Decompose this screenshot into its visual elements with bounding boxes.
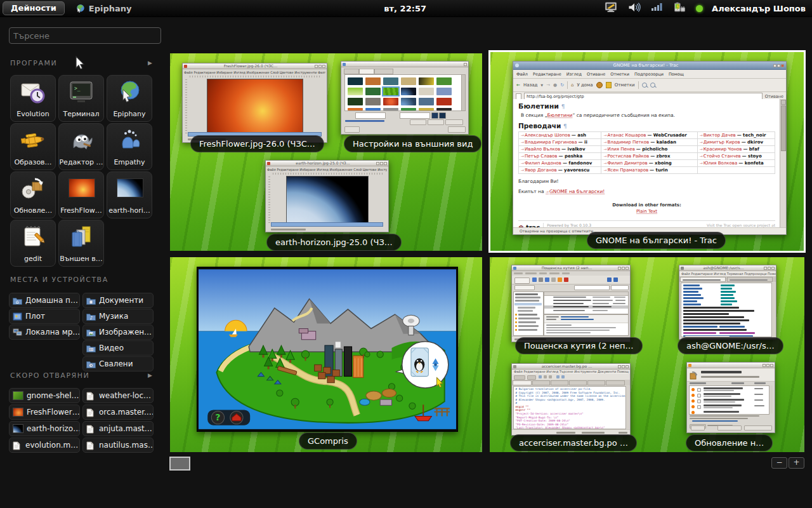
workspace-4[interactable]: Пощенска кутия (2 неп… — [490, 257, 804, 452]
app-epiphany[interactable]: Epiphany — [107, 75, 152, 122]
window-updater[interactable] — [686, 362, 775, 433]
menu-view[interactable]: Изглед — [566, 72, 582, 77]
network-signal-icon[interactable] — [650, 2, 663, 15]
volume-icon[interactable] — [627, 2, 641, 15]
app-software-update[interactable]: Обновле… — [10, 171, 56, 218]
translator-link[interactable]: Филип Димитров — [603, 161, 647, 166]
menu-edit[interactable]: Редактиране — [533, 72, 561, 77]
place-home[interactable]: ⌂ Домашна п… — [9, 293, 80, 308]
app-empathy[interactable]: Empathy — [107, 123, 152, 170]
place-desktop[interactable]: Плот — [9, 309, 80, 324]
workspace-2[interactable]: GNOME на български! - Trac Файл Редактир… — [488, 50, 806, 253]
gcompris-help-button[interactable]: ? — [215, 412, 220, 422]
home-icon[interactable]: ⌂ — [571, 83, 573, 88]
translator-link[interactable]: Димитър Киров — [700, 140, 740, 145]
translator-link[interactable]: Ивайло Вълков — [521, 147, 560, 152]
back-icon[interactable]: ← — [516, 83, 520, 88]
zoom-in-icon[interactable] — [642, 83, 647, 88]
battery-icon[interactable] — [672, 2, 687, 15]
zoom-out-icon[interactable] — [650, 83, 655, 88]
translator-link[interactable]: Явор Доганов — [521, 168, 557, 173]
team-link[interactable]: GNOME на български! — [546, 189, 605, 194]
close-button — [625, 365, 629, 368]
app-gcompris[interactable]: Образов… — [10, 123, 56, 170]
recent-item[interactable]: anjuta.mast… — [82, 421, 154, 436]
translator-link[interactable]: Стойчо Станчев — [700, 154, 741, 159]
recent-item[interactable]: gnome-shel… — [9, 388, 80, 403]
programs-expand-icon[interactable]: ▶ — [148, 60, 152, 66]
pilcrow[interactable]: ¶ — [561, 104, 565, 110]
add-workspace-button[interactable]: + — [789, 457, 804, 469]
activities-button[interactable]: Дейности — [3, 1, 65, 15]
translator-link[interactable]: Атанас Кошаров — [603, 133, 646, 138]
app-evolution[interactable]: Evolution — [10, 75, 56, 122]
app-menu[interactable]: Epiphany — [75, 3, 132, 14]
translator-link[interactable]: Красимир Чонов — [700, 147, 742, 152]
workspace-3[interactable]: ? GCompris — [170, 257, 482, 452]
ruler-horizontal — [271, 173, 383, 175]
menu-file[interactable]: Файл — [516, 72, 528, 77]
translator-link[interactable]: Владимир Петков — [603, 140, 649, 145]
recent-item[interactable]: nautilus.mas… — [82, 438, 154, 453]
place-videos[interactable]: Видео — [82, 340, 154, 356]
recent-item[interactable]: earth-horizo… — [9, 421, 80, 436]
clock[interactable]: вт, 22:57 — [384, 4, 426, 13]
user-menu[interactable]: Александър Шопов — [712, 4, 806, 13]
home-button[interactable]: У дома — [577, 83, 593, 88]
place-pictures[interactable]: Изображен… — [82, 324, 154, 340]
recent-item[interactable]: weather-loc… — [82, 388, 154, 403]
window-terminal[interactable]: ash@GNOME:/usr/s… Файл Редактиране Изгле… — [679, 265, 776, 340]
recent-item[interactable]: FreshFlower… — [9, 404, 80, 420]
doc-earth-horizon[interactable]: earth-hori… — [107, 171, 152, 218]
translator-link[interactable]: Ростислав Райков — [603, 154, 649, 159]
translator-link[interactable]: Петър Славов — [521, 154, 557, 159]
place-documents[interactable]: Документи — [82, 293, 154, 308]
stop-icon[interactable]: ● — [553, 83, 557, 88]
translator-link[interactable]: Виктор Дачев — [700, 133, 736, 138]
recent-expand-icon[interactable]: ▶ — [148, 372, 152, 378]
place-local-network[interactable]: Локална мр… — [9, 324, 80, 340]
go-button[interactable]: Отиване — [765, 94, 783, 99]
recent-item[interactable]: orca.master.… — [82, 404, 154, 420]
display-settings-icon[interactable] — [605, 2, 619, 15]
pilcrow[interactable]: ¶ — [563, 123, 567, 130]
place-downloads[interactable]: Свалени — [82, 356, 154, 371]
menu-tabs[interactable]: Подпрозорци — [634, 72, 664, 77]
window-gcompris[interactable]: ? — [197, 267, 458, 432]
bookmarks-icon[interactable] — [606, 82, 612, 88]
translator-link[interactable]: Юлия Волкова — [700, 161, 738, 166]
menu-go[interactable]: Отиване — [587, 72, 605, 77]
search-input[interactable] — [9, 27, 161, 44]
back-button[interactable]: Назад — [523, 83, 537, 88]
app-gimp[interactable]: Редактор … — [58, 123, 104, 170]
window-epiphany-trac[interactable]: GNOME на български! - Trac Файл Редактир… — [513, 61, 787, 235]
translator-link[interactable]: Ясен Праматаров — [603, 168, 648, 173]
app-terminal[interactable]: >_ Терминал — [58, 75, 104, 122]
translator-link[interactable]: Александър Шопов — [521, 133, 570, 138]
translator-link[interactable]: Илия Пенев — [603, 147, 634, 152]
plain-text-link[interactable]: Plain Text — [518, 209, 775, 214]
workspace-1[interactable]: FreshFlower.jpg-26.0 (ЧЗС… Файл Редактир… — [170, 53, 482, 251]
history-icon[interactable] — [596, 82, 603, 88]
app-appearance[interactable]: Външен в… — [58, 220, 104, 267]
remove-workspace-button[interactable]: − — [771, 457, 787, 469]
recent-item[interactable]: evolution.m… — [9, 438, 80, 453]
translator-link[interactable]: Владимира Гиргинова — [521, 140, 577, 145]
reload-icon[interactable]: ↻ — [560, 83, 564, 88]
menu-help[interactable]: Помощ — [669, 72, 684, 77]
translator-link[interactable]: Филип Андонов — [521, 161, 561, 166]
window-appearance[interactable] — [341, 61, 469, 135]
menu-bookmarks[interactable]: Отметки — [610, 72, 629, 77]
window-evolution[interactable]: Пощенска кутия (2 неп… — [511, 265, 631, 342]
app-gedit[interactable]: gedit — [10, 220, 56, 267]
back-dropdown-icon[interactable]: ▼ — [540, 83, 543, 87]
window-gimp-freshflower[interactable]: FreshFlower.jpg-26.0 (ЧЗС… Файл Редактир… — [182, 63, 327, 143]
workspace-indicator[interactable] — [169, 457, 190, 471]
window-gedit[interactable]: accerciser.master.bg.po … Файл Редактира… — [511, 363, 631, 436]
doc-freshflower[interactable]: FreshFlow… — [58, 171, 104, 218]
bulletins-link[interactable]: Бюлетини — [547, 112, 573, 118]
window-gimp-earth[interactable]: earth-horizon.jpg-25.0 (ЧЗ… Файл Редакти… — [265, 160, 389, 232]
place-music[interactable]: ♪ Музика — [82, 309, 154, 324]
bookmarks-button[interactable]: Отметки — [615, 83, 635, 88]
table-cell: Петър Славов— peshka — [519, 153, 601, 160]
